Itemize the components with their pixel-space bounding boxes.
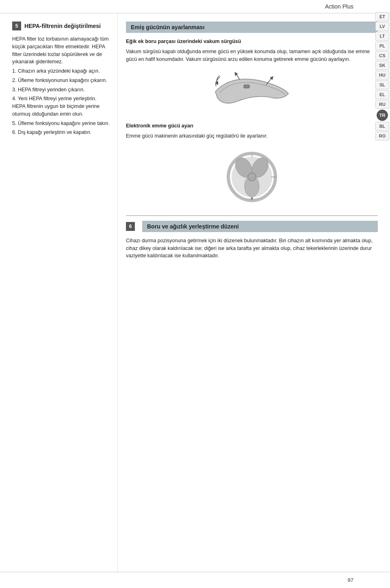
left-section-title: HEPA-filtrenin değiştirilmesi <box>24 23 101 29</box>
section-6-row: 6 Boru ve ağızlık yerleştirme düzeni <box>126 221 378 232</box>
lang-tab-EL[interactable]: EL <box>375 90 389 99</box>
subsection-1: Eğik ek boru parçası üzerindeki vakum sü… <box>126 38 378 63</box>
lang-tab-ET[interactable]: ET <box>375 12 389 21</box>
electronic-section: Elektronik emme gücü ayarı Emme gücü mak… <box>126 122 378 207</box>
hose-diagram-area <box>126 69 378 114</box>
top-header: Action Plus <box>0 0 390 13</box>
hose-diagram-svg <box>207 69 297 114</box>
lang-tab-LV[interactable]: LV <box>375 22 389 31</box>
svg-rect-2 <box>244 85 249 88</box>
left-para-7: 6. Dış kapağı yerleştirin ve kapatın. <box>12 129 111 136</box>
right-section-header: Emiş gücünün ayarlanması <box>126 22 378 33</box>
product-title: Action Plus <box>325 3 353 10</box>
page-wrapper: Action Plus 5 HEPA-filtrenin değiştirilm… <box>0 0 390 588</box>
section-number-5: 5 <box>12 22 21 30</box>
lang-sidebar: ET LV LT PL CS SK HU SL EL RU TR BL RO <box>375 12 390 140</box>
svg-line-0 <box>236 73 240 80</box>
subsection1-text: Vakum sürgüsü kapalı olduğunda emme gücü… <box>126 48 378 63</box>
left-para-5: 4. Yeni HEPA filtreyi yerine yerleştirin… <box>12 95 111 118</box>
svg-point-8 <box>248 173 256 181</box>
section-6-title: Boru ve ağızlık yerleştirme düzeni <box>142 221 378 232</box>
lang-tab-LT[interactable]: LT <box>375 32 389 41</box>
left-para-2: 1. Cihazın arka yüzündeki kapağı açın. <box>12 67 111 75</box>
regulator-diagram-area <box>126 146 378 207</box>
subsection2-title: Elektronik emme gücü ayarı <box>126 122 378 130</box>
subsection2-text: Emme gücü makinenin arkasındaki güç regü… <box>126 132 378 140</box>
left-para-6: 5. Üfleme fonksiyonu kapağını yerine tak… <box>12 120 111 127</box>
regulator-diagram-svg <box>225 151 278 203</box>
left-section-content: HEPA filter toz torbasının alamayacağı t… <box>12 35 111 136</box>
lang-tab-HU[interactable]: HU <box>375 71 389 80</box>
lang-tab-SL[interactable]: SL <box>375 80 389 89</box>
left-para-1: HEPA filter toz torbasının alamayacağı t… <box>12 35 111 66</box>
left-para-3: 2. Üfleme fonksiyonunun kapağını çıkarın… <box>12 77 111 84</box>
section-6-area: 6 Boru ve ağızlık yerleştirme düzeni Cih… <box>126 215 378 260</box>
lang-tab-RO[interactable]: RO <box>375 131 389 140</box>
svg-point-9 <box>251 197 253 200</box>
page-footer: 97 <box>0 572 390 588</box>
left-section-header: 5 HEPA-filtrenin değiştirilmesi <box>12 22 111 30</box>
section-6-text: Cihazı durma pozisyonuna getirmek için i… <box>126 237 378 260</box>
lang-tab-SK[interactable]: SK <box>375 61 389 70</box>
left-column: 5 HEPA-filtrenin değiştirilmesi HEPA fil… <box>0 13 118 573</box>
lang-tab-TR[interactable]: TR <box>377 110 388 121</box>
main-content: 5 HEPA-filtrenin değiştirilmesi HEPA fil… <box>0 13 390 573</box>
lang-tab-PL[interactable]: PL <box>375 41 389 50</box>
section-number-6: 6 <box>126 222 135 231</box>
lang-tab-BL[interactable]: BL <box>375 122 389 131</box>
right-column: Emiş gücünün ayarlanması Eğik ek boru pa… <box>118 13 390 573</box>
page-number: 97 <box>348 577 353 583</box>
subsection1-title: Eğik ek boru parçası üzerindeki vakum sü… <box>126 38 378 45</box>
left-para-4: 3. HEPA filtreyi yerinden çıkarın. <box>12 86 111 94</box>
lang-tab-RU[interactable]: RU <box>375 100 389 109</box>
lang-tab-CS[interactable]: CS <box>375 51 389 60</box>
